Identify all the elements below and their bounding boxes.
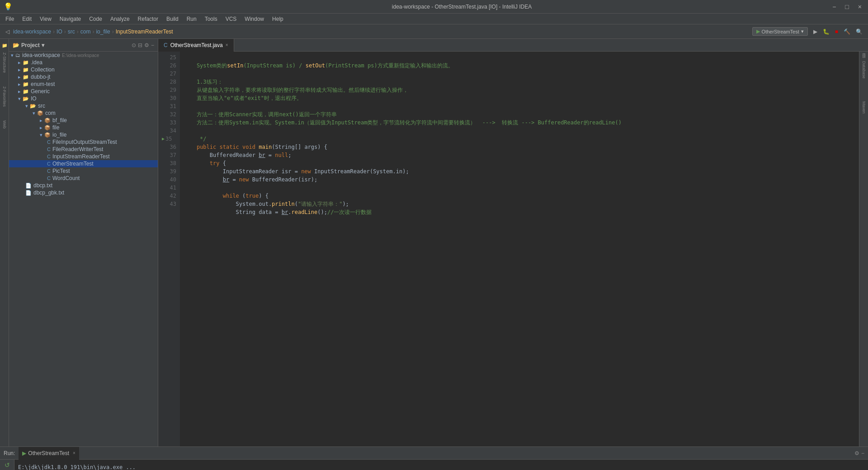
tree-item-filereader[interactable]: C FileReaderWriterTest <box>9 146 158 153</box>
idea-folder-icon: 📁 <box>23 60 29 66</box>
breadcrumb-com[interactable]: com <box>80 28 91 35</box>
project-sync-icon[interactable]: ⊙ <box>132 42 136 48</box>
breadcrumb-io[interactable]: IO <box>57 28 62 35</box>
ln-28: 28 <box>162 78 176 86</box>
menu-window[interactable]: Window <box>241 15 268 23</box>
window-title: idea-workspace - OtherStreamTest.java [I… <box>94 4 830 10</box>
rs-maven-label[interactable]: Maven <box>861 100 867 115</box>
io-label: IO <box>31 95 37 102</box>
rs-database-label[interactable]: Database <box>861 59 867 81</box>
generic-label: Generic <box>31 88 50 95</box>
run-output[interactable]: E:\jdk\jdk1.8.0_191\bin\java.exe ... 请输入… <box>14 460 868 470</box>
idea-expand-icon: ▸ <box>18 60 21 66</box>
project-settings-icon[interactable]: ⚙ <box>144 42 149 48</box>
menu-run[interactable]: Run <box>183 15 200 23</box>
menu-analyze[interactable]: Analyze <box>107 15 133 23</box>
rerun-button[interactable]: ↺ <box>5 461 10 469</box>
file-tree: ▾ 🗂 idea-workspace E:\idea-workspace ▸ 📁… <box>9 52 158 446</box>
run-tab-otherstream[interactable]: ▶ OtherStreamTest × <box>19 447 79 460</box>
src-folder-icon: 📂 <box>30 103 36 109</box>
tree-item-otherstream[interactable]: C OtherStreamTest <box>9 160 158 167</box>
tree-item-inputstream[interactable]: C InputStreamReaderTest <box>9 153 158 160</box>
sidebar-web-icon[interactable]: Web <box>1 119 8 130</box>
menu-code[interactable]: Code <box>85 15 106 23</box>
tree-item-bffile[interactable]: ▸ 📦 bf_file <box>9 117 158 124</box>
tree-item-iofile[interactable]: ▾ 📦 io_file <box>9 131 158 138</box>
tree-item-com[interactable]: ▾ 📦 com <box>9 109 158 117</box>
menu-refactor[interactable]: Refactor <box>134 15 162 23</box>
breadcrumb-class[interactable]: InputStreamReaderTest <box>116 28 173 35</box>
dbcpgbk-file-icon: 📄 <box>25 190 32 196</box>
run-tab-close-icon[interactable]: × <box>73 451 75 456</box>
run-settings-icon[interactable]: ⚙ <box>854 450 859 456</box>
filereader-java-icon: C <box>47 147 51 152</box>
stop-button[interactable]: ■ <box>833 28 840 36</box>
back-button[interactable]: ◁ <box>4 28 11 36</box>
file-expand-icon: ▸ <box>40 125 42 131</box>
tree-item-dubbo[interactable]: ▸ 📁 dubbo-jt <box>9 73 158 81</box>
tree-item-dbcp[interactable]: 📄 dbcp.txt <box>9 182 158 189</box>
menu-build[interactable]: Build <box>163 15 182 23</box>
tree-item-collection[interactable]: ▸ 📁 Collection <box>9 66 158 73</box>
project-panel-icons: ⊙ ⊟ ⚙ − <box>132 42 154 48</box>
tree-item-wordcount[interactable]: C WordCount <box>9 175 158 182</box>
run-config-icon: ▶ <box>756 28 760 34</box>
build-button[interactable]: 🔨 <box>842 28 852 36</box>
debug-button[interactable]: 🐛 <box>821 28 831 36</box>
run-panel-icons: ⚙ − <box>854 450 864 456</box>
collection-label: Collection <box>31 66 55 73</box>
code-area[interactable]: 25 26 27 28 29 30 31 32 33 34 ▶ 35 36 37 <box>158 52 859 446</box>
project-collapse-icon[interactable]: ⊟ <box>138 42 142 48</box>
minimize-button[interactable]: − <box>830 3 839 10</box>
run-gutter-icon[interactable]: ▶ <box>162 135 165 143</box>
pictest-java-icon: C <box>47 168 51 174</box>
run-close-icon[interactable]: − <box>861 450 864 456</box>
tree-item-dbcpgbk[interactable]: 📄 dbcp_gbk.txt <box>9 189 158 196</box>
run-config-selector[interactable]: ▶ OtherStreamTest ▾ <box>752 27 808 36</box>
project-hide-icon[interactable]: − <box>151 42 154 48</box>
menu-tools[interactable]: Tools <box>201 15 221 23</box>
sidebar-project-icon[interactable]: 📁 <box>1 41 8 50</box>
menu-help[interactable]: Help <box>269 15 287 23</box>
search-everywhere-button[interactable]: 🔍 <box>854 28 864 36</box>
bffile-label: bf_file <box>52 117 67 123</box>
maximize-button[interactable]: □ <box>842 3 851 10</box>
ln-31: 31 <box>162 102 176 110</box>
close-button[interactable]: × <box>855 3 864 10</box>
breadcrumb-workspace[interactable]: idea-workspace <box>13 28 51 35</box>
sidebar-favorites-icon[interactable]: 2-Favorites <box>1 85 8 109</box>
menu-vcs[interactable]: VCS <box>222 15 241 23</box>
tree-item-src[interactable]: ▾ 📂 src <box>9 102 158 109</box>
inputstream-java-icon: C <box>47 154 51 159</box>
ln-35: 35 <box>165 135 172 143</box>
tree-item-generic[interactable]: ▸ 📁 Generic <box>9 88 158 95</box>
editor-tab-otherstream[interactable]: C OtherStreamTest.java × <box>158 39 234 52</box>
ln-41: 41 <box>162 184 176 192</box>
menu-file[interactable]: File <box>2 15 18 23</box>
rs-database-icon[interactable]: 🗄 <box>862 53 866 58</box>
window-controls[interactable]: − □ × <box>830 3 864 10</box>
tree-item-idea[interactable]: ▸ 📁 .idea <box>9 59 158 66</box>
tab-close-icon[interactable]: × <box>226 43 228 47</box>
tree-item-root[interactable]: ▾ 🗂 idea-workspace E:\idea-workspace <box>9 52 158 59</box>
breadcrumb-io-file[interactable]: io_file <box>96 28 110 35</box>
menu-edit[interactable]: Edit <box>19 15 35 23</box>
tree-item-enum[interactable]: ▸ 📁 enum-test <box>9 81 158 88</box>
tree-item-file[interactable]: ▸ 📦 file <box>9 124 158 131</box>
breadcrumb-src[interactable]: src <box>68 28 75 35</box>
run-java-path: E:\jdk\jdk1.8.0_191\bin\java.exe ... <box>18 463 864 470</box>
pictest-label: PicTest <box>52 168 70 174</box>
sidebar-structure-icon[interactable]: Z-Structure <box>1 51 8 75</box>
tree-item-pictest[interactable]: C PicTest <box>9 167 158 175</box>
menu-view[interactable]: View <box>36 15 55 23</box>
run-config-label: OtherStreamTest <box>762 29 799 34</box>
tab-icon: C <box>164 42 168 48</box>
ln-40: 40 <box>162 176 176 184</box>
enum-folder-icon: 📁 <box>23 81 29 87</box>
enum-label: enum-test <box>31 81 55 87</box>
run-button[interactable]: ▶ <box>811 28 819 36</box>
tree-item-io[interactable]: ▾ 📂 IO <box>9 95 158 102</box>
code-content[interactable]: System类的setIn(InputStream is) / setOut(P… <box>180 52 859 446</box>
menu-navigate[interactable]: Navigate <box>56 15 85 23</box>
tree-item-fileio[interactable]: C FileInputOutputStreamTest <box>9 138 158 146</box>
